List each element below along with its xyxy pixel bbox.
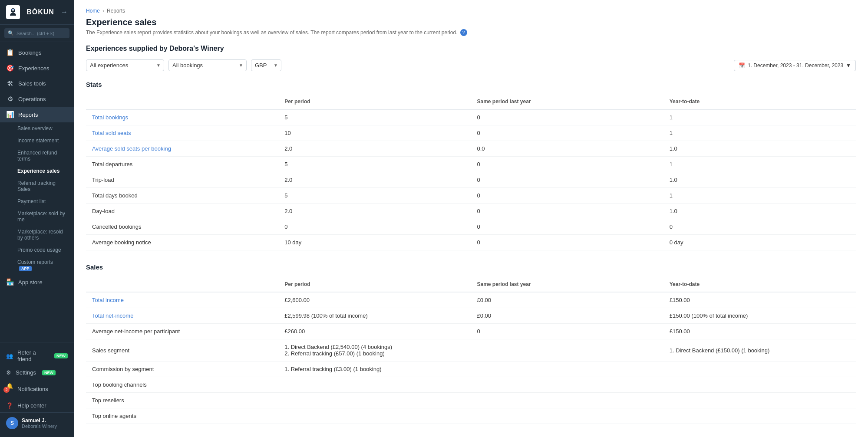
sidebar-item-reports[interactable]: 📊 Reports (0, 107, 74, 122)
stats-row-label[interactable]: Total sold seats (86, 125, 278, 141)
stats-col-ytd: Year-to-date (663, 94, 856, 109)
sales-table-body: Total income£2,600.00£0.00£150.00Total n… (86, 292, 856, 424)
notifications-label: Notifications (17, 386, 48, 392)
stats-table-body: Total bookings501Total sold seats1001Ave… (86, 109, 856, 250)
sales-row-label: Top resellers (86, 393, 278, 408)
user-avatar: S (6, 417, 18, 429)
page-description-text: The Experience sales report provides sta… (86, 30, 458, 36)
sales-row-label-link[interactable]: Total income (92, 297, 124, 303)
stats-row-last-year: 0 (471, 125, 663, 141)
sidebar-sub-custom-reports[interactable]: Custom reports APP (0, 256, 74, 274)
sidebar-label-experiences: Experiences (18, 65, 50, 72)
page-title: Experience sales (86, 17, 856, 27)
sales-row-label: Top online agents (86, 408, 278, 424)
stats-row-per-period: 5 (278, 188, 471, 204)
stats-row-last-year: 0 (471, 235, 663, 250)
sales-row: Sales segment1. Direct Backend (£2,540.0… (86, 339, 856, 361)
experiences-filter-select[interactable]: All experiences (86, 59, 164, 71)
sidebar: BÓKUN → 🔍 Search... (ctrl + k) 📋 Booking… (0, 0, 74, 437)
sales-section-title: Sales (86, 263, 856, 271)
stats-section-title: Stats (86, 81, 856, 88)
sales-row-ytd: £150.00 (663, 324, 856, 339)
sidebar-sub-referral-tracking-sales[interactable]: Referral tracking Sales (0, 177, 74, 195)
sales-row-label[interactable]: Total net-income (86, 308, 278, 324)
stats-col-last-year: Same period last year (471, 94, 663, 109)
stats-row-last-year: 0 (471, 219, 663, 235)
sales-row-ytd: 1. Direct Backend (£150.00) (1 booking) (663, 339, 856, 361)
sidebar-item-refer-a-friend[interactable]: 👥 Refer a friend NEW (0, 346, 74, 366)
stats-row-label: Trip-load (86, 172, 278, 188)
sidebar-sub-marketplace-sold-by-me[interactable]: Marketplace: sold by me (0, 207, 74, 226)
stats-row-per-period: 2.0 (278, 172, 471, 188)
sidebar-item-sales-tools[interactable]: 🛠 Sales tools (0, 76, 74, 91)
sidebar-sub-income-statement[interactable]: Income statement (0, 135, 74, 147)
search-icon: 🔍 (8, 30, 14, 36)
sidebar-label-operations: Operations (18, 96, 46, 102)
stats-row: Average sold seats per booking2.00.01.0 (86, 141, 856, 157)
sales-table-header: Per period Same period last year Year-to… (86, 277, 856, 292)
stats-row: Day-load2.001.0 (86, 204, 856, 219)
sales-row-label: Top booking channels (86, 377, 278, 393)
sidebar-sub-promo-code-usage[interactable]: Promo code usage (0, 244, 74, 256)
sales-row-per-period: 1. Direct Backend (£2,540.00) (4 booking… (278, 339, 471, 361)
bookings-filter-select[interactable]: All bookings (168, 59, 247, 71)
help-tooltip-icon[interactable]: ? (460, 29, 467, 36)
stats-row-label[interactable]: Average sold seats per booking (86, 141, 278, 157)
sidebar-label-app-store: App store (18, 279, 43, 286)
sidebar-sub-marketplace-resold-by-others[interactable]: Marketplace: resold by others (0, 226, 74, 244)
stats-row-label[interactable]: Total bookings (86, 109, 278, 125)
sidebar-sub-enhanced-refund-terms[interactable]: Enhanced refund terms (0, 147, 74, 165)
sidebar-item-bookings[interactable]: 📋 Bookings (0, 45, 74, 60)
sidebar-item-notifications[interactable]: 🔔2 Notifications (0, 379, 74, 399)
search-box[interactable]: 🔍 Search... (ctrl + k) (4, 28, 69, 38)
sidebar-item-experiences[interactable]: 🎯 Experiences (0, 60, 74, 76)
settings-icon: ⚙ (6, 369, 11, 376)
sidebar-sub-experience-sales[interactable]: Experience sales (0, 165, 74, 177)
stats-row-label: Total days booked (86, 188, 278, 204)
sales-row-ytd (663, 408, 856, 424)
stats-row: Total sold seats1001 (86, 125, 856, 141)
sidebar-item-app-store[interactable]: 🏪 App store (0, 274, 74, 290)
stats-row: Trip-load2.001.0 (86, 172, 856, 188)
sales-row-label[interactable]: Total income (86, 292, 278, 308)
sales-row-last-year: 0 (471, 324, 663, 339)
custom-reports-app-badge: APP (19, 266, 32, 271)
stats-row-label-link[interactable]: Total sold seats (92, 130, 131, 136)
sales-row-label-link[interactable]: Total net-income (92, 312, 133, 319)
stats-header-row: Per period Same period last year Year-to… (86, 94, 856, 109)
sidebar-collapse-arrow[interactable]: → (61, 8, 68, 16)
bookings-icon: 📋 (6, 49, 14, 56)
breadcrumb-home[interactable]: Home (86, 8, 100, 14)
stats-row-ytd: 1 (663, 109, 856, 125)
stats-row-per-period: 0 (278, 219, 471, 235)
sidebar-sub-payment-list[interactable]: Payment list (0, 195, 74, 207)
stats-row-label-link[interactable]: Total bookings (92, 114, 128, 121)
sidebar-item-settings[interactable]: ⚙ Settings NEW (0, 366, 74, 379)
currency-filter-select[interactable]: GBP (251, 59, 281, 71)
sales-row-label: Sales segment (86, 339, 278, 361)
date-range-picker[interactable]: 📅 1. December, 2023 - 31. December, 2023… (734, 60, 856, 71)
settings-label: Settings (16, 369, 36, 376)
stats-row-label-link[interactable]: Average sold seats per booking (92, 145, 171, 152)
sales-row-per-period (278, 377, 471, 393)
sidebar-item-operations[interactable]: ⚙ Operations (0, 91, 74, 107)
breadcrumb-section: Reports (107, 8, 125, 14)
sales-col-last-year: Same period last year (471, 277, 663, 292)
stats-col-label (86, 94, 278, 109)
sales-row-last-year (471, 408, 663, 424)
stats-row-per-period: 10 (278, 125, 471, 141)
refer-new-badge: NEW (54, 353, 68, 358)
sidebar-item-help-center[interactable]: ❓ Help center (0, 399, 74, 412)
stats-row-per-period: 10 day (278, 235, 471, 250)
bokun-logo[interactable] (6, 5, 20, 19)
stats-row-last-year: 0 (471, 157, 663, 172)
reports-submenu: Sales overview Income statement Enhanced… (0, 122, 74, 274)
sales-row-last-year (471, 393, 663, 408)
sales-row-per-period: £2,599.98 (100% of total income) (278, 308, 471, 324)
stats-row-last-year: 0 (471, 204, 663, 219)
stats-row: Average booking notice10 day00 day (86, 235, 856, 250)
sidebar-sub-sales-overview[interactable]: Sales overview (0, 122, 74, 135)
search-placeholder: Search... (ctrl + k) (17, 31, 54, 36)
refer-icon: 👥 (6, 353, 13, 359)
reports-icon: 📊 (6, 111, 14, 118)
